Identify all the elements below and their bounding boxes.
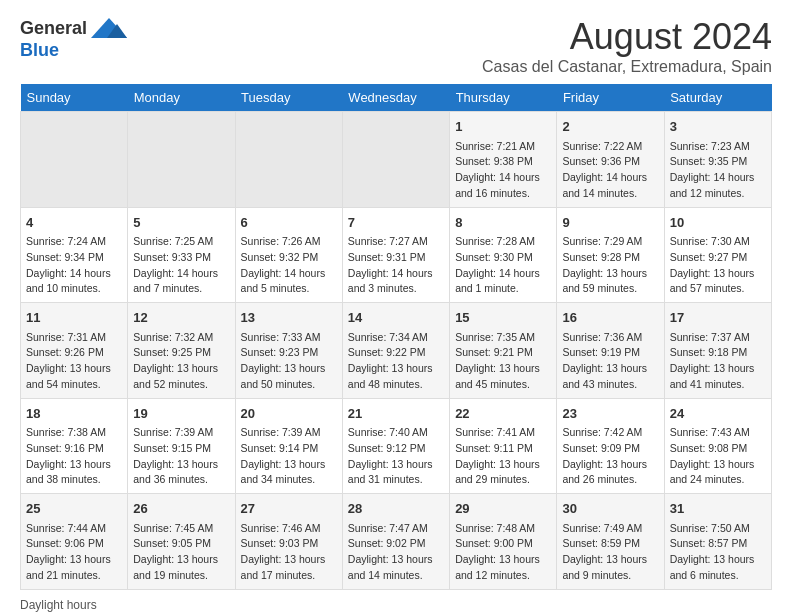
day-cell: 30Sunrise: 7:49 AM Sunset: 8:59 PM Dayli… (557, 494, 664, 590)
day-cell: 10Sunrise: 7:30 AM Sunset: 9:27 PM Dayli… (664, 207, 771, 303)
day-info: Sunrise: 7:40 AM Sunset: 9:12 PM Dayligh… (348, 425, 444, 488)
logo-icon (91, 16, 127, 40)
main-title: August 2024 (482, 16, 772, 58)
day-info: Sunrise: 7:44 AM Sunset: 9:06 PM Dayligh… (26, 521, 122, 584)
day-info: Sunrise: 7:34 AM Sunset: 9:22 PM Dayligh… (348, 330, 444, 393)
day-cell (21, 112, 128, 208)
day-number: 23 (562, 404, 658, 424)
day-cell: 5Sunrise: 7:25 AM Sunset: 9:33 PM Daylig… (128, 207, 235, 303)
day-info: Sunrise: 7:50 AM Sunset: 8:57 PM Dayligh… (670, 521, 766, 584)
logo-general-text: General (20, 18, 87, 39)
day-cell: 22Sunrise: 7:41 AM Sunset: 9:11 PM Dayli… (450, 398, 557, 494)
title-area: August 2024 Casas del Castanar, Extremad… (482, 16, 772, 76)
day-info: Sunrise: 7:24 AM Sunset: 9:34 PM Dayligh… (26, 234, 122, 297)
day-number: 14 (348, 308, 444, 328)
day-info: Sunrise: 7:33 AM Sunset: 9:23 PM Dayligh… (241, 330, 337, 393)
day-number: 27 (241, 499, 337, 519)
day-cell: 23Sunrise: 7:42 AM Sunset: 9:09 PM Dayli… (557, 398, 664, 494)
day-info: Sunrise: 7:49 AM Sunset: 8:59 PM Dayligh… (562, 521, 658, 584)
day-info: Sunrise: 7:31 AM Sunset: 9:26 PM Dayligh… (26, 330, 122, 393)
logo-blue-text: Blue (20, 40, 59, 61)
day-cell: 20Sunrise: 7:39 AM Sunset: 9:14 PM Dayli… (235, 398, 342, 494)
day-number: 6 (241, 213, 337, 233)
day-number: 20 (241, 404, 337, 424)
day-number: 18 (26, 404, 122, 424)
day-number: 22 (455, 404, 551, 424)
day-number: 1 (455, 117, 551, 137)
day-cell: 18Sunrise: 7:38 AM Sunset: 9:16 PM Dayli… (21, 398, 128, 494)
day-cell: 16Sunrise: 7:36 AM Sunset: 9:19 PM Dayli… (557, 303, 664, 399)
day-cell: 26Sunrise: 7:45 AM Sunset: 9:05 PM Dayli… (128, 494, 235, 590)
day-number: 10 (670, 213, 766, 233)
day-cell: 17Sunrise: 7:37 AM Sunset: 9:18 PM Dayli… (664, 303, 771, 399)
day-info: Sunrise: 7:28 AM Sunset: 9:30 PM Dayligh… (455, 234, 551, 297)
day-info: Sunrise: 7:47 AM Sunset: 9:02 PM Dayligh… (348, 521, 444, 584)
day-cell: 3Sunrise: 7:23 AM Sunset: 9:35 PM Daylig… (664, 112, 771, 208)
day-cell: 4Sunrise: 7:24 AM Sunset: 9:34 PM Daylig… (21, 207, 128, 303)
col-header-thursday: Thursday (450, 84, 557, 112)
header: General Blue August 2024 Casas del Casta… (20, 16, 772, 76)
day-info: Sunrise: 7:41 AM Sunset: 9:11 PM Dayligh… (455, 425, 551, 488)
day-cell: 24Sunrise: 7:43 AM Sunset: 9:08 PM Dayli… (664, 398, 771, 494)
week-row-1: 1Sunrise: 7:21 AM Sunset: 9:38 PM Daylig… (21, 112, 772, 208)
day-info: Sunrise: 7:22 AM Sunset: 9:36 PM Dayligh… (562, 139, 658, 202)
day-info: Sunrise: 7:42 AM Sunset: 9:09 PM Dayligh… (562, 425, 658, 488)
day-cell: 13Sunrise: 7:33 AM Sunset: 9:23 PM Dayli… (235, 303, 342, 399)
week-row-2: 4Sunrise: 7:24 AM Sunset: 9:34 PM Daylig… (21, 207, 772, 303)
day-number: 24 (670, 404, 766, 424)
day-info: Sunrise: 7:46 AM Sunset: 9:03 PM Dayligh… (241, 521, 337, 584)
week-row-4: 18Sunrise: 7:38 AM Sunset: 9:16 PM Dayli… (21, 398, 772, 494)
subtitle: Casas del Castanar, Extremadura, Spain (482, 58, 772, 76)
day-info: Sunrise: 7:30 AM Sunset: 9:27 PM Dayligh… (670, 234, 766, 297)
day-info: Sunrise: 7:27 AM Sunset: 9:31 PM Dayligh… (348, 234, 444, 297)
day-info: Sunrise: 7:37 AM Sunset: 9:18 PM Dayligh… (670, 330, 766, 393)
day-cell: 31Sunrise: 7:50 AM Sunset: 8:57 PM Dayli… (664, 494, 771, 590)
col-header-sunday: Sunday (21, 84, 128, 112)
col-header-wednesday: Wednesday (342, 84, 449, 112)
day-number: 26 (133, 499, 229, 519)
day-info: Sunrise: 7:21 AM Sunset: 9:38 PM Dayligh… (455, 139, 551, 202)
day-cell: 8Sunrise: 7:28 AM Sunset: 9:30 PM Daylig… (450, 207, 557, 303)
week-row-5: 25Sunrise: 7:44 AM Sunset: 9:06 PM Dayli… (21, 494, 772, 590)
day-cell: 11Sunrise: 7:31 AM Sunset: 9:26 PM Dayli… (21, 303, 128, 399)
day-number: 5 (133, 213, 229, 233)
day-info: Sunrise: 7:23 AM Sunset: 9:35 PM Dayligh… (670, 139, 766, 202)
col-header-friday: Friday (557, 84, 664, 112)
day-number: 8 (455, 213, 551, 233)
day-info: Sunrise: 7:45 AM Sunset: 9:05 PM Dayligh… (133, 521, 229, 584)
day-number: 28 (348, 499, 444, 519)
day-cell: 9Sunrise: 7:29 AM Sunset: 9:28 PM Daylig… (557, 207, 664, 303)
day-cell: 12Sunrise: 7:32 AM Sunset: 9:25 PM Dayli… (128, 303, 235, 399)
day-number: 21 (348, 404, 444, 424)
col-header-monday: Monday (128, 84, 235, 112)
day-number: 2 (562, 117, 658, 137)
day-cell (128, 112, 235, 208)
day-cell: 7Sunrise: 7:27 AM Sunset: 9:31 PM Daylig… (342, 207, 449, 303)
day-number: 16 (562, 308, 658, 328)
day-number: 30 (562, 499, 658, 519)
day-number: 7 (348, 213, 444, 233)
day-cell: 28Sunrise: 7:47 AM Sunset: 9:02 PM Dayli… (342, 494, 449, 590)
day-info: Sunrise: 7:48 AM Sunset: 9:00 PM Dayligh… (455, 521, 551, 584)
day-info: Sunrise: 7:26 AM Sunset: 9:32 PM Dayligh… (241, 234, 337, 297)
day-info: Sunrise: 7:38 AM Sunset: 9:16 PM Dayligh… (26, 425, 122, 488)
logo: General Blue (20, 16, 127, 61)
day-info: Sunrise: 7:35 AM Sunset: 9:21 PM Dayligh… (455, 330, 551, 393)
day-cell (342, 112, 449, 208)
day-cell: 25Sunrise: 7:44 AM Sunset: 9:06 PM Dayli… (21, 494, 128, 590)
day-cell: 1Sunrise: 7:21 AM Sunset: 9:38 PM Daylig… (450, 112, 557, 208)
header-row: SundayMondayTuesdayWednesdayThursdayFrid… (21, 84, 772, 112)
day-info: Sunrise: 7:25 AM Sunset: 9:33 PM Dayligh… (133, 234, 229, 297)
day-number: 11 (26, 308, 122, 328)
day-cell: 14Sunrise: 7:34 AM Sunset: 9:22 PM Dayli… (342, 303, 449, 399)
day-cell: 21Sunrise: 7:40 AM Sunset: 9:12 PM Dayli… (342, 398, 449, 494)
day-number: 17 (670, 308, 766, 328)
day-cell: 29Sunrise: 7:48 AM Sunset: 9:00 PM Dayli… (450, 494, 557, 590)
day-cell: 15Sunrise: 7:35 AM Sunset: 9:21 PM Dayli… (450, 303, 557, 399)
day-info: Sunrise: 7:39 AM Sunset: 9:15 PM Dayligh… (133, 425, 229, 488)
day-cell: 19Sunrise: 7:39 AM Sunset: 9:15 PM Dayli… (128, 398, 235, 494)
day-number: 25 (26, 499, 122, 519)
day-number: 31 (670, 499, 766, 519)
day-info: Sunrise: 7:43 AM Sunset: 9:08 PM Dayligh… (670, 425, 766, 488)
day-number: 13 (241, 308, 337, 328)
